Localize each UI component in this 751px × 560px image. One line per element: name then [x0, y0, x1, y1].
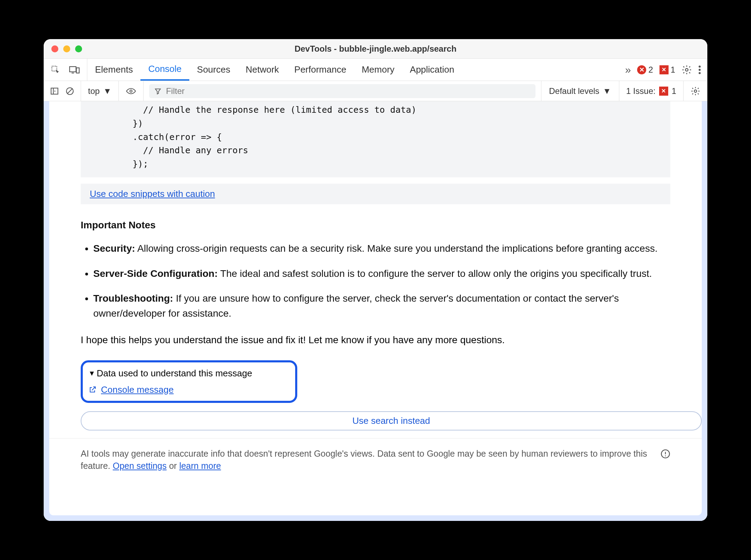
open-in-new-icon [88, 385, 97, 394]
console-message-link[interactable]: Console message [101, 384, 174, 395]
learn-more-link[interactable]: learn more [179, 461, 221, 471]
titlebar: DevTools - bubble-jingle.web.app/search [44, 39, 707, 59]
clear-console-icon[interactable] [65, 87, 74, 96]
filter-icon [154, 87, 162, 95]
maximize-window-button[interactable] [75, 45, 82, 52]
caution-bar: Use code snippets with caution [81, 184, 670, 204]
note-text: Allowing cross-origin requests can be a … [135, 243, 658, 254]
filter-input[interactable]: Filter [149, 84, 535, 98]
toggle-sidebar-icon[interactable] [50, 87, 59, 96]
device-toolbar-icon[interactable] [69, 65, 80, 75]
data-used-box: ▼ Data used to understand this message C… [81, 360, 297, 403]
note-label: Server-Side Configuration: [93, 268, 218, 279]
note-item: Server-Side Configuration: The ideal and… [93, 266, 670, 281]
tab-console[interactable]: Console [140, 59, 189, 81]
context-label: top [88, 86, 100, 96]
closing-text: I hope this helps you understand the iss… [49, 331, 702, 353]
kebab-menu-icon[interactable] [698, 65, 701, 75]
issues-indicator[interactable]: 1 Issue: ✕ 1 [619, 81, 683, 101]
error-icon: ✕ [637, 65, 646, 74]
minimize-window-button[interactable] [63, 45, 70, 52]
notes-heading: Important Notes [81, 218, 670, 233]
devtools-window: DevTools - bubble-jingle.web.app/search … [44, 39, 707, 521]
issue-count: 1 [671, 65, 675, 75]
svg-rect-1 [70, 66, 76, 72]
note-label: Troubleshooting: [93, 293, 173, 304]
chevron-down-icon: ▼ [103, 86, 111, 96]
tab-sources[interactable]: Sources [189, 59, 238, 81]
window-title: DevTools - bubble-jingle.web.app/search [44, 44, 707, 54]
ai-response-panel: // Handle the response here (limited acc… [49, 101, 702, 515]
note-label: Security: [93, 243, 135, 254]
svg-point-3 [685, 68, 688, 71]
error-count-badge[interactable]: ✕ 2 [637, 65, 653, 75]
live-expression-icon[interactable] [126, 87, 136, 96]
svg-point-4 [699, 65, 701, 67]
issue-count-badge[interactable]: ✕ 1 [659, 65, 675, 75]
console-toolbar: top ▼ Filter Default levels ▼ 1 Issue: ✕… [44, 81, 707, 101]
error-count: 2 [648, 65, 653, 75]
footer-or: or [167, 461, 179, 471]
tab-memory[interactable]: Memory [354, 59, 402, 81]
svg-point-9 [130, 90, 132, 92]
settings-gear-icon[interactable] [681, 65, 692, 75]
tab-elements[interactable]: Elements [87, 59, 140, 81]
inspect-element-icon[interactable] [51, 65, 60, 75]
ai-footer: AI tools may generate inaccurate info th… [49, 438, 702, 472]
caution-link[interactable]: Use code snippets with caution [90, 189, 215, 199]
code-snippet: // Handle the response here (limited acc… [81, 101, 670, 177]
more-tabs-icon[interactable]: » [625, 64, 631, 76]
console-settings-gear-icon[interactable] [691, 86, 700, 96]
info-warning-icon[interactable] [661, 449, 670, 459]
disclosure-triangle-icon: ▼ [88, 369, 95, 377]
svg-point-6 [699, 72, 701, 74]
issue-flag-icon: ✕ [659, 87, 668, 96]
svg-point-5 [699, 69, 701, 71]
main-tabbar: Elements Console Sources Network Perform… [44, 59, 707, 81]
levels-label: Default levels [549, 86, 599, 96]
tab-application[interactable]: Application [402, 59, 462, 81]
traffic-lights [51, 45, 82, 52]
open-settings-link[interactable]: Open settings [113, 461, 167, 471]
console-content: // Handle the response here (limited acc… [44, 101, 707, 521]
notes-section: Important Notes Security: Allowing cross… [49, 214, 702, 331]
issue-flag-icon: ✕ [659, 65, 669, 74]
use-search-instead-button[interactable]: Use search instead [81, 411, 702, 430]
close-window-button[interactable] [51, 45, 58, 52]
note-text: The ideal and safest solution is to conf… [218, 268, 652, 279]
context-selector[interactable]: top ▼ [81, 81, 119, 101]
issues-count: 1 [672, 86, 676, 96]
issues-label: 1 Issue: [626, 86, 656, 96]
log-levels-selector[interactable]: Default levels ▼ [541, 81, 619, 101]
svg-rect-2 [76, 68, 79, 73]
data-used-summary: Data used to understand this message [97, 368, 252, 379]
tab-network[interactable]: Network [238, 59, 286, 81]
svg-point-10 [694, 90, 697, 92]
note-item: Security: Allowing cross-origin requests… [93, 241, 670, 256]
note-item: Troubleshooting: If you are unsure how t… [93, 291, 670, 321]
chevron-down-icon: ▼ [603, 86, 611, 96]
data-used-toggle[interactable]: ▼ Data used to understand this message [88, 368, 287, 379]
filter-placeholder: Filter [166, 86, 184, 96]
svg-point-12 [665, 455, 666, 456]
tab-performance[interactable]: Performance [287, 59, 354, 81]
